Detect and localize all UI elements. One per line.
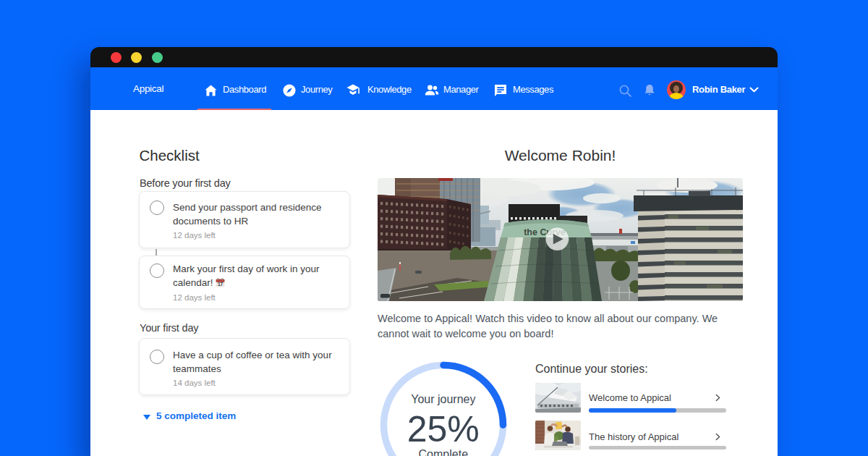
svg-text:17: 17 — [218, 282, 224, 287]
